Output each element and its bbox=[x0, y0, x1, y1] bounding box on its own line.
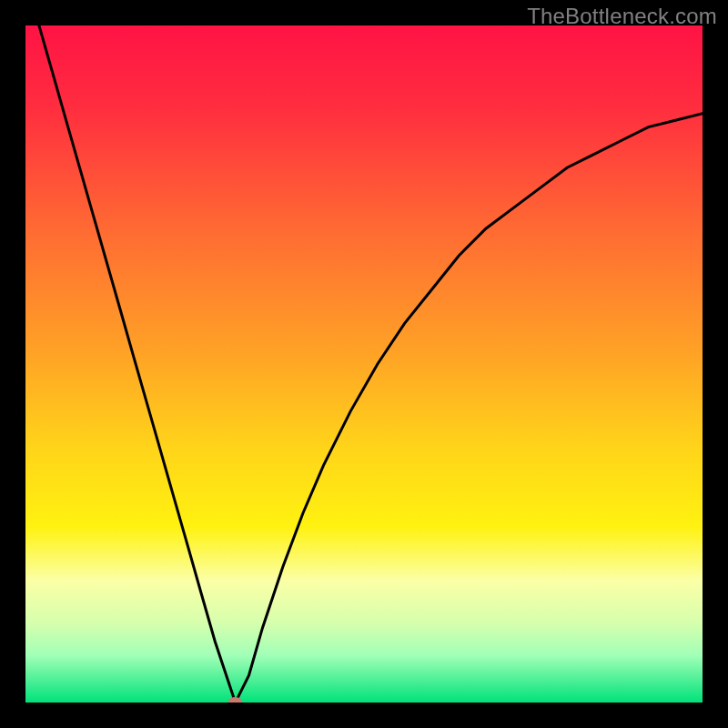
bottleneck-chart bbox=[25, 25, 703, 703]
chart-background bbox=[25, 25, 703, 703]
watermark-text: TheBottleneck.com bbox=[527, 4, 717, 29]
chart-frame: TheBottleneck.com bbox=[0, 0, 728, 728]
